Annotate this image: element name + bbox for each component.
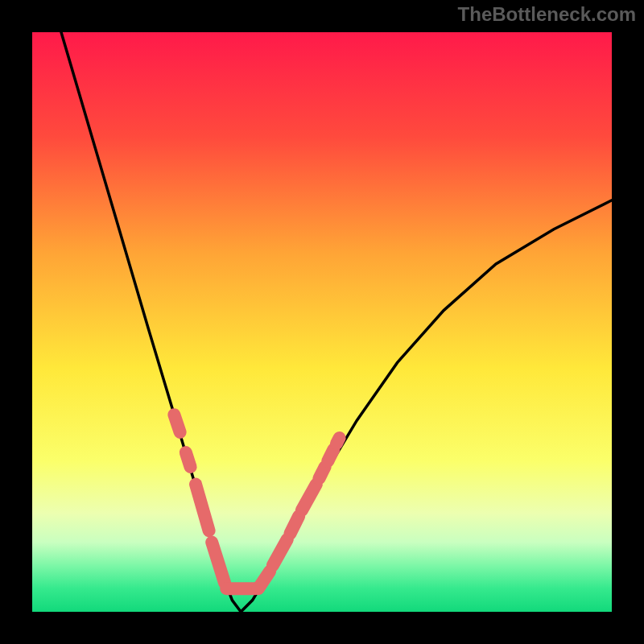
plot-background xyxy=(32,32,612,612)
marker-seg-0 xyxy=(174,415,180,432)
marker-seg-10 xyxy=(328,449,333,460)
marker-seg-7 xyxy=(290,516,299,534)
marker-seg-1 xyxy=(186,452,191,467)
marker-seg-11 xyxy=(336,438,340,444)
marker-seg-9 xyxy=(319,467,324,478)
bottleneck-chart: TheBottleneck.com xyxy=(0,0,644,644)
attribution-text: TheBottleneck.com xyxy=(458,3,636,25)
